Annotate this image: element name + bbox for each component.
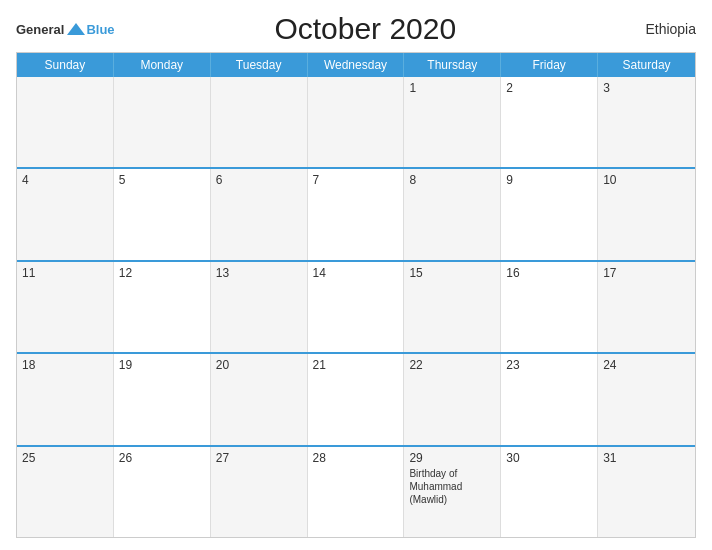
day-number: 2 xyxy=(506,81,592,95)
day-cell: 18 xyxy=(17,354,114,444)
day-cell: 12 xyxy=(114,262,211,352)
header: General Blue October 2020 Ethiopia xyxy=(16,12,696,46)
day-cell: 30 xyxy=(501,447,598,537)
day-number: 25 xyxy=(22,451,108,465)
header-wednesday: Wednesday xyxy=(308,53,405,77)
day-cell: 17 xyxy=(598,262,695,352)
day-cell: 31 xyxy=(598,447,695,537)
day-number: 12 xyxy=(119,266,205,280)
logo-flag-icon xyxy=(66,22,86,36)
day-number: 14 xyxy=(313,266,399,280)
event-label: Birthday of Muhammad (Mawlid) xyxy=(409,467,495,506)
day-number: 19 xyxy=(119,358,205,372)
day-cell: 29Birthday of Muhammad (Mawlid) xyxy=(404,447,501,537)
day-cell: 16 xyxy=(501,262,598,352)
day-number: 4 xyxy=(22,173,108,187)
day-number: 23 xyxy=(506,358,592,372)
week-row-1: 123 xyxy=(17,77,695,167)
day-cell: 3 xyxy=(598,77,695,167)
day-number: 10 xyxy=(603,173,690,187)
header-thursday: Thursday xyxy=(404,53,501,77)
day-cell: 14 xyxy=(308,262,405,352)
logo: General Blue xyxy=(16,22,115,37)
calendar-title: October 2020 xyxy=(115,12,616,46)
day-cell: 11 xyxy=(17,262,114,352)
day-cell: 8 xyxy=(404,169,501,259)
days-header: Sunday Monday Tuesday Wednesday Thursday… xyxy=(17,53,695,77)
day-number: 16 xyxy=(506,266,592,280)
calendar-grid: Sunday Monday Tuesday Wednesday Thursday… xyxy=(16,52,696,538)
day-cell: 27 xyxy=(211,447,308,537)
day-number: 7 xyxy=(313,173,399,187)
day-cell xyxy=(17,77,114,167)
day-cell: 24 xyxy=(598,354,695,444)
day-cell: 25 xyxy=(17,447,114,537)
day-cell: 2 xyxy=(501,77,598,167)
day-number: 24 xyxy=(603,358,690,372)
day-number: 30 xyxy=(506,451,592,465)
week-row-4: 18192021222324 xyxy=(17,352,695,444)
day-cell: 26 xyxy=(114,447,211,537)
day-number: 22 xyxy=(409,358,495,372)
svg-marker-0 xyxy=(67,23,85,35)
country-label: Ethiopia xyxy=(616,21,696,37)
day-cell: 28 xyxy=(308,447,405,537)
day-number: 6 xyxy=(216,173,302,187)
day-number: 29 xyxy=(409,451,495,465)
day-cell: 19 xyxy=(114,354,211,444)
day-number: 11 xyxy=(22,266,108,280)
day-number: 8 xyxy=(409,173,495,187)
day-number: 13 xyxy=(216,266,302,280)
header-sunday: Sunday xyxy=(17,53,114,77)
day-number: 9 xyxy=(506,173,592,187)
day-cell xyxy=(114,77,211,167)
week-row-5: 2526272829Birthday of Muhammad (Mawlid)3… xyxy=(17,445,695,537)
day-number: 27 xyxy=(216,451,302,465)
day-cell: 9 xyxy=(501,169,598,259)
logo-general-text: General xyxy=(16,22,64,37)
header-saturday: Saturday xyxy=(598,53,695,77)
day-cell: 5 xyxy=(114,169,211,259)
week-row-3: 11121314151617 xyxy=(17,260,695,352)
day-cell: 1 xyxy=(404,77,501,167)
logo-blue-text: Blue xyxy=(86,22,114,37)
day-cell: 13 xyxy=(211,262,308,352)
header-friday: Friday xyxy=(501,53,598,77)
day-cell: 10 xyxy=(598,169,695,259)
day-number: 1 xyxy=(409,81,495,95)
day-number: 28 xyxy=(313,451,399,465)
day-number: 20 xyxy=(216,358,302,372)
weeks-container: 1234567891011121314151617181920212223242… xyxy=(17,77,695,537)
day-number: 21 xyxy=(313,358,399,372)
day-number: 5 xyxy=(119,173,205,187)
day-number: 31 xyxy=(603,451,690,465)
day-number: 26 xyxy=(119,451,205,465)
day-cell xyxy=(308,77,405,167)
day-cell: 22 xyxy=(404,354,501,444)
day-cell: 20 xyxy=(211,354,308,444)
day-cell: 7 xyxy=(308,169,405,259)
calendar-page: General Blue October 2020 Ethiopia Sunda… xyxy=(0,0,712,550)
header-monday: Monday xyxy=(114,53,211,77)
day-cell: 4 xyxy=(17,169,114,259)
day-cell: 23 xyxy=(501,354,598,444)
day-number: 18 xyxy=(22,358,108,372)
day-cell: 21 xyxy=(308,354,405,444)
day-number: 15 xyxy=(409,266,495,280)
week-row-2: 45678910 xyxy=(17,167,695,259)
day-cell: 15 xyxy=(404,262,501,352)
day-cell xyxy=(211,77,308,167)
header-tuesday: Tuesday xyxy=(211,53,308,77)
day-number: 17 xyxy=(603,266,690,280)
day-number: 3 xyxy=(603,81,690,95)
day-cell: 6 xyxy=(211,169,308,259)
